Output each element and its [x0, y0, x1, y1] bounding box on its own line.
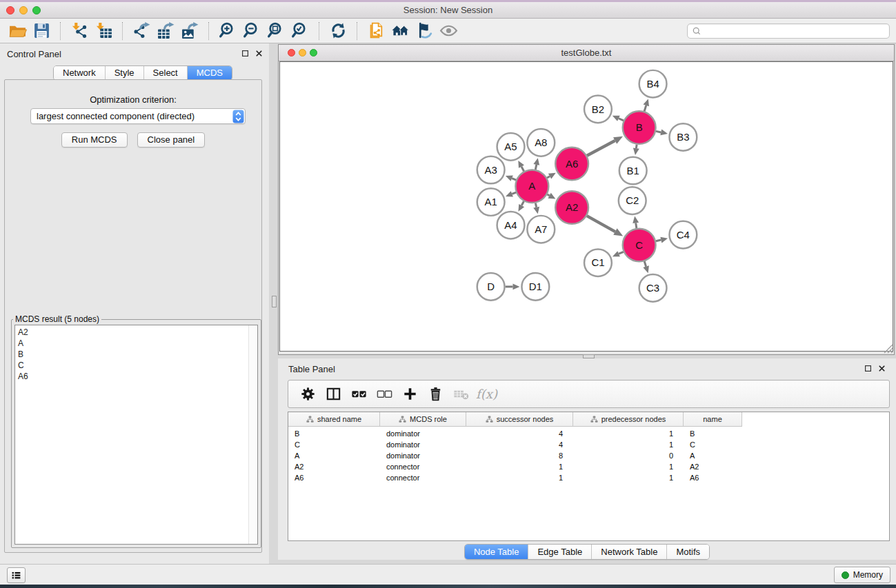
table-tab-network-table[interactable]: Network Table: [592, 545, 667, 559]
graph-edge-A-A4[interactable]: [521, 201, 524, 205]
column-header-MCDS-role[interactable]: MCDS role: [380, 412, 466, 426]
select-all-button[interactable]: [346, 383, 372, 406]
refresh-button[interactable]: [326, 20, 350, 41]
run-mcds-button[interactable]: Run MCDS: [61, 132, 128, 148]
table-tab-motifs[interactable]: Motifs: [667, 545, 709, 559]
network-close-button[interactable]: [288, 49, 295, 57]
zoom-fit-button[interactable]: [264, 20, 288, 41]
table-row[interactable]: A2connector11A2: [288, 461, 889, 472]
export-image-button[interactable]: [178, 20, 202, 41]
table-row[interactable]: Cdominator41C: [288, 439, 889, 450]
graph-edge-A2-C[interactable]: [587, 216, 615, 232]
graph-node-label: C1: [591, 257, 604, 268]
table-row[interactable]: Bdominator41B: [288, 428, 889, 439]
graph-edge-A-A1[interactable]: [512, 192, 516, 194]
mcds-result-list[interactable]: A2ABCA6: [14, 325, 258, 545]
desktop-strip-bottom: [0, 585, 896, 588]
close-window-button[interactable]: [6, 6, 14, 14]
table-tab-edge-table[interactable]: Edge Table: [528, 545, 592, 559]
search-input[interactable]: [704, 26, 885, 37]
resize-grip-icon[interactable]: [884, 344, 893, 354]
status-bar: Memory: [0, 564, 896, 585]
graph-edge-C-C3[interactable]: [644, 261, 646, 267]
float-table-panel-icon[interactable]: [864, 364, 873, 373]
mcds-result-item[interactable]: C: [18, 360, 257, 371]
mcds-result-item[interactable]: A2: [18, 327, 257, 338]
tree-icon: [590, 416, 598, 423]
control-tab-style[interactable]: Style: [106, 66, 144, 80]
graph-edge-C-C4[interactable]: [656, 240, 661, 241]
graph-edge-A-A2[interactable]: [547, 194, 549, 196]
network-graph[interactable]: AA1A2A3A4A5A6A7A8BB1B2B3B4CC1C2C3C4DD1: [280, 62, 893, 351]
graph-edge-A-A5[interactable]: [521, 167, 524, 172]
table-row[interactable]: Adominator80A: [288, 450, 889, 461]
graph-edge-A-A8[interactable]: [535, 165, 536, 170]
zoom-out-button[interactable]: [240, 20, 264, 41]
column-header-name[interactable]: name: [684, 412, 742, 426]
split-panel-icon: [325, 385, 342, 403]
split-panel-button[interactable]: [321, 383, 346, 406]
homes-button[interactable]: [388, 20, 412, 41]
function-builder-button[interactable]: f(x): [474, 383, 499, 406]
save-button[interactable]: [30, 20, 54, 41]
graph-edge-B-B2[interactable]: [619, 119, 624, 121]
graph-edge-A-A3[interactable]: [512, 179, 516, 180]
zoom-selected-button[interactable]: [288, 20, 312, 41]
mcds-result-item[interactable]: A6: [18, 371, 257, 382]
add-button[interactable]: [397, 383, 423, 406]
close-table-panel-icon[interactable]: [877, 364, 886, 373]
toolbar-separator: [208, 22, 210, 40]
graph-edge-A-A7[interactable]: [535, 203, 536, 207]
delete-table-button[interactable]: [448, 383, 474, 406]
table-cell: dominator: [380, 429, 466, 438]
result-scrollbar[interactable]: [248, 325, 257, 544]
graph-edge-C-C1[interactable]: [619, 252, 624, 254]
float-panel-icon[interactable]: [241, 49, 250, 58]
trash-button[interactable]: [423, 383, 448, 406]
column-header-successor-nodes[interactable]: successor nodes: [466, 412, 573, 426]
export-table-button[interactable]: [154, 20, 178, 41]
zoom-selected-icon: [291, 21, 310, 40]
import-table-button[interactable]: [92, 20, 116, 41]
table-row[interactable]: A6connector11A6: [288, 472, 889, 483]
vertical-splitter-handle[interactable]: [272, 296, 277, 307]
import-network-button[interactable]: [68, 20, 92, 41]
close-panel-icon[interactable]: [255, 49, 263, 58]
eye-button[interactable]: [437, 20, 461, 41]
gear-button[interactable]: [295, 383, 321, 406]
table-tab-node-table[interactable]: Node Table: [465, 545, 529, 559]
graph-edge-B-B3[interactable]: [656, 131, 661, 132]
search-field[interactable]: [687, 23, 890, 39]
network-document-button[interactable]: [364, 20, 388, 41]
column-header-shared-name[interactable]: shared name: [288, 412, 380, 426]
table-cell: A: [684, 452, 742, 460]
zoom-in-button[interactable]: [216, 20, 240, 41]
deselect-all-button[interactable]: [372, 383, 397, 406]
graph-edge-B-B1[interactable]: [636, 145, 637, 149]
flag-button[interactable]: [412, 20, 437, 41]
network-minimize-button[interactable]: [299, 49, 306, 57]
graph-edge-B-B4[interactable]: [644, 105, 646, 112]
zoom-window-button[interactable]: [32, 6, 41, 14]
graph-edge-A-A6[interactable]: [547, 176, 550, 178]
control-tab-mcds[interactable]: MCDS: [188, 66, 232, 80]
network-zoom-button[interactable]: [310, 49, 317, 57]
network-canvas[interactable]: AA1A2A3A4A5A6A7A8BB1B2B3B4CC1C2C3C4DD1: [279, 61, 893, 352]
table-cell: 1: [573, 463, 684, 471]
column-header-predecessor-nodes[interactable]: predecessor nodes: [573, 412, 684, 426]
gear-icon: [299, 385, 317, 403]
criterion-dropdown[interactable]: largest connected component (directed): [30, 108, 246, 124]
mcds-result-item[interactable]: A: [18, 338, 257, 349]
mcds-result-item[interactable]: B: [18, 349, 257, 360]
open-folder-button[interactable]: [6, 20, 30, 41]
export-network-button[interactable]: [130, 20, 154, 41]
control-tab-select[interactable]: Select: [144, 66, 188, 80]
task-history-button[interactable]: [7, 567, 26, 583]
memory-button[interactable]: Memory: [834, 567, 890, 583]
graph-edge-A6-B[interactable]: [587, 141, 615, 156]
graph-edge-C-C2[interactable]: [636, 223, 637, 228]
graph-node-label: A3: [484, 165, 497, 176]
close-panel-button[interactable]: Close panel: [137, 132, 206, 148]
control-tab-network[interactable]: Network: [54, 66, 106, 80]
minimize-window-button[interactable]: [19, 6, 28, 14]
